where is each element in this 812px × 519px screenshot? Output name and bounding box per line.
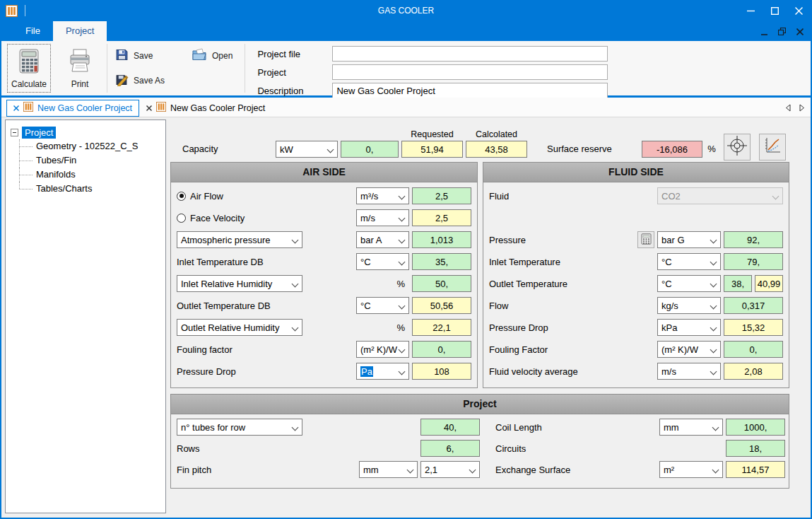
inlet-temperature-db-value-field[interactable]: 35, (412, 253, 471, 270)
ribbon: Calculate Print Save Save As (1, 41, 811, 98)
capacity-unit-combo[interactable]: kW (276, 141, 338, 158)
tree-node-manifolds[interactable]: Manifolds (19, 168, 165, 182)
fin-pitch-unit-combo[interactable]: mm (359, 461, 418, 478)
face-velocity-value-field: 2,5 (412, 209, 471, 226)
tree-node-tubes-fin[interactable]: Tubes/Fin (19, 153, 165, 168)
chevron-down-icon (399, 237, 405, 243)
chevron-down-icon (712, 424, 719, 431)
fluid-velocity-average-unit-combo[interactable]: m/s (657, 363, 721, 380)
face-velocity-radio[interactable] (177, 214, 186, 223)
project-label: Project (257, 67, 329, 78)
collapse-icon[interactable] (11, 129, 18, 136)
chart-button[interactable] (759, 134, 786, 161)
tab-close-icon[interactable] (13, 103, 19, 113)
calculate-label: Calculate (11, 79, 47, 89)
minimize-button[interactable] (739, 1, 763, 20)
fluid-pressure-unit-combo[interactable]: bar G (657, 231, 721, 248)
fluid-pressure-drop-unit-combo[interactable]: kPa (657, 319, 721, 336)
tree-node-geometry[interactable]: Geometry - 102522_C_S (19, 139, 165, 153)
save-as-button[interactable]: Save As (112, 71, 172, 90)
outlet-relative-humidity-combo[interactable]: Outlet Relative Humidity (177, 319, 302, 336)
fluid-outlet-temperature-unit-combo[interactable]: °C (657, 275, 721, 292)
printer-icon (66, 48, 93, 77)
calculator-icon (16, 48, 42, 77)
fluid-side-panel: FLUID SIDE Fluid CO2 Pressure bar G 92, (483, 162, 789, 388)
fluid-inlet-temperature-value-field[interactable]: 79, (724, 253, 783, 270)
ribbon-separator (245, 44, 245, 93)
outlet-temperature-db-unit-combo[interactable]: °C (356, 297, 409, 314)
fluid-pressure-value-field[interactable]: 92, (724, 231, 783, 248)
fluid-fouling-factor-unit-combo[interactable]: (m² K)/W (657, 341, 721, 358)
capacity-requested-field: 51,94 (401, 141, 463, 158)
content-area: Capacity kW 0, Requested 51,94 Calcolate… (170, 119, 811, 513)
atmospheric-pressure-value-field[interactable]: 1,013 (412, 231, 471, 248)
chevron-down-icon (710, 325, 717, 331)
pressure-calculator-button[interactable] (637, 231, 654, 248)
title-bar: GAS COOLER (1, 1, 811, 20)
fluid-flow-label: Flow (489, 301, 635, 311)
fin-pitch-value-combo[interactable]: 2,1 (420, 461, 480, 478)
inlet-relative-humidity-value-field[interactable]: 50, (412, 275, 471, 292)
close-button[interactable] (787, 1, 811, 20)
tab-project[interactable]: Project (53, 21, 107, 41)
inlet-temperature-db-unit-combo[interactable]: °C (356, 253, 409, 270)
tree-node-project[interactable]: Project (6, 125, 165, 139)
project-file-input[interactable] (332, 46, 608, 62)
chevron-down-icon (292, 237, 298, 243)
open-label: Open (212, 51, 233, 61)
tubes-for-row-value-field[interactable]: 40, (420, 419, 480, 436)
doc-tab-active[interactable]: New Gas Cooler Project (6, 100, 139, 117)
child-close-button[interactable] (796, 25, 804, 38)
rows-value-field[interactable]: 6, (420, 440, 480, 457)
atmospheric-pressure-unit-combo[interactable]: bar A (356, 231, 409, 248)
fluid-inlet-temperature-unit-combo[interactable]: °C (657, 253, 721, 270)
tab-scroll-left-icon[interactable] (785, 102, 791, 115)
calculate-button[interactable]: Calculate (7, 44, 51, 93)
coil-length-value-field[interactable]: 1000, (726, 419, 785, 436)
chevron-down-icon (710, 237, 717, 243)
tab-scroll-right-icon[interactable] (799, 102, 805, 115)
project-input[interactable] (332, 64, 608, 80)
air-fouling-factor-value-field[interactable]: 0, (412, 341, 471, 358)
fluid-fouling-factor-value-field[interactable]: 0, (724, 341, 783, 358)
line-chart-icon (763, 136, 782, 158)
capacity-value-field[interactable]: 0, (341, 141, 399, 158)
child-restore-button[interactable] (778, 25, 786, 38)
fluid-velocity-average-label: Fluid velocity average (489, 366, 635, 377)
tab-close-icon[interactable] (146, 103, 152, 113)
fluid-spacer-row (489, 209, 783, 226)
titlebar-separator (25, 5, 25, 16)
air-flow-radio[interactable] (177, 192, 186, 201)
doc-icon (156, 102, 166, 114)
air-flow-value-field[interactable]: 2,5 (412, 187, 471, 204)
air-fouling-factor-unit-combo[interactable]: (m² K)/W (356, 341, 409, 358)
tree-root-label[interactable]: Project (22, 127, 56, 139)
fluid-outlet-temperature-setpoint-field[interactable]: 38, (724, 275, 752, 292)
maximize-button[interactable] (763, 1, 787, 20)
capacity-calculated-field: 43,58 (466, 141, 527, 158)
atmospheric-pressure-combo[interactable]: Atmospheric pressure (177, 231, 302, 248)
child-minimize-button[interactable] (761, 25, 767, 38)
tab-file[interactable]: File (13, 21, 53, 41)
air-pressure-drop-unit-combo[interactable]: Pa (356, 363, 409, 380)
tubes-for-row-combo[interactable]: n° tubes for row (177, 419, 302, 436)
chevron-down-icon (772, 193, 779, 199)
target-button[interactable] (724, 134, 751, 161)
inlet-relative-humidity-combo[interactable]: Inlet Relative Humidity (177, 275, 302, 292)
description-input[interactable] (332, 83, 608, 98)
open-button[interactable]: Open (189, 47, 240, 65)
save-button[interactable]: Save (112, 47, 172, 65)
circuits-value-field[interactable]: 18, (726, 440, 785, 457)
tree-node-tables-charts[interactable]: Tables/Charts (19, 182, 165, 196)
exchange-surface-unit-combo[interactable]: m² (659, 461, 723, 478)
doc-tab-inactive[interactable]: New Gas Cooler Project (139, 100, 272, 117)
fluid-flow-unit-combo[interactable]: kg/s (657, 297, 721, 314)
chevron-down-icon (292, 424, 298, 431)
fluid-flow-value-field[interactable]: 0,317 (724, 297, 783, 314)
print-button[interactable]: Print (58, 44, 102, 93)
ribbon-tab-bar: File Project (1, 20, 811, 41)
face-velocity-unit-combo[interactable]: m/s (356, 209, 409, 226)
fluid-combo: CO2 (657, 187, 783, 204)
coil-length-unit-combo[interactable]: mm (659, 419, 723, 436)
air-flow-unit-combo[interactable]: m³/s (356, 187, 409, 204)
